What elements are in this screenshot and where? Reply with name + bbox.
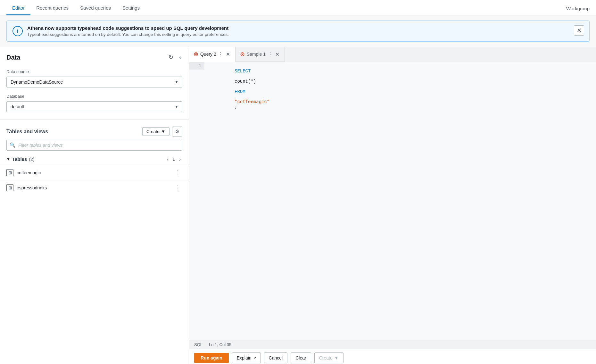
table-item-name[interactable]: coffeemagic (17, 170, 170, 175)
divider-1 (0, 119, 189, 120)
query-tab-close-button[interactable]: ✕ (225, 51, 231, 57)
kw-space1 (235, 74, 237, 79)
kw-space2 (235, 84, 237, 89)
create-arrow-icon: ▼ (161, 129, 165, 134)
banner-subtitle: Typeahead suggestions are turned on by d… (27, 32, 229, 37)
query-tab-bar: ⊗ Query 2 ⋮ ✕ ⊗ Sample 1 ⋮ ✕ (189, 47, 596, 62)
status-lang: SQL (194, 342, 203, 347)
line-number-1: 1 (189, 62, 204, 70)
tables-views-controls: Create ▼ ⚙ (142, 127, 182, 136)
banner-close-button[interactable]: ✕ (574, 25, 584, 36)
data-source-wrapper: DynamoDemoDataSource ▼ (6, 77, 182, 87)
filter-wrapper: 🔍 (6, 140, 182, 151)
banner-text: Athena now supports typeahead code sugge… (27, 25, 229, 37)
explain-external-icon: ↗ (253, 356, 256, 360)
info-icon: i (12, 26, 23, 36)
tab-editor[interactable]: Editor (6, 1, 30, 15)
database-label: Database (0, 91, 189, 100)
tab-saved-queries[interactable]: Saved queries (74, 1, 117, 15)
data-panel-title: Data (6, 54, 20, 61)
bottom-toolbar: Run again Explain ↗ Cancel Clear Create … (189, 349, 596, 364)
sample-tab-error-icon: ⊗ (240, 51, 245, 58)
database-select[interactable]: default (6, 101, 182, 112)
explain-button[interactable]: Explain ↗ (232, 352, 261, 363)
table-item-menu-button[interactable]: ⋮ (173, 184, 182, 192)
collapse-arrow-icon: ▼ (6, 157, 10, 161)
data-panel: Data ↻ ‹ Data source DynamoDemoDataSourc… (0, 47, 189, 364)
info-banner: i Athena now supports typeahead code sug… (6, 21, 590, 42)
query-tab-error-icon: ⊗ (194, 51, 198, 58)
main-layout: Data ↻ ‹ Data source DynamoDemoDataSourc… (0, 47, 596, 364)
status-bar: SQL Ln 1, Col 35 (189, 340, 596, 349)
tables-count: (2) (29, 157, 34, 162)
tables-views-title: Tables and views (6, 129, 48, 135)
create-bottom-label: Create (319, 355, 333, 360)
kw-select: SELECT (235, 69, 251, 74)
kw-count: count(*) (235, 79, 256, 84)
run-again-button[interactable]: Run again (194, 353, 229, 363)
data-source-label: Data source (0, 66, 189, 75)
top-tab-bar: Editor Recent queries Saved queries Sett… (0, 0, 596, 15)
query-tab-active[interactable]: ⊗ Query 2 ⋮ ✕ (189, 47, 236, 62)
panel-header: Data ↻ ‹ (0, 47, 189, 66)
table-row: ⊞ espressodrinks ⋮ (0, 180, 189, 195)
filter-input[interactable] (6, 140, 182, 151)
create-button[interactable]: Create ▼ (142, 127, 170, 136)
table-item-icon: ⊞ (6, 184, 13, 191)
kw-semicolon: ; (235, 104, 237, 110)
collapse-panel-button[interactable]: ‹ (178, 53, 182, 62)
banner-title: Athena now supports typeahead code sugge… (27, 25, 229, 31)
create-bottom-button[interactable]: Create ▼ (314, 352, 344, 363)
clear-button[interactable]: Clear (291, 352, 311, 363)
line-content-1: SELECT count(*) FROM "coffeemagic" ; (204, 62, 273, 116)
query-tab-label: Query 2 (200, 52, 216, 57)
table-item-name[interactable]: espressodrinks (17, 185, 170, 190)
sample-tab-close-button[interactable]: ✕ (275, 51, 280, 57)
tables-collapse-row: ▼ Tables (2) ‹ 1 › (0, 153, 189, 165)
page-prev-button[interactable]: ‹ (165, 156, 170, 162)
tab-recent-queries[interactable]: Recent queries (30, 1, 74, 15)
kw-table: "coffeemagic" (235, 99, 269, 104)
kw-space3 (235, 94, 237, 99)
code-editor[interactable]: 1 SELECT count(*) FROM "coffeemagic" ; (189, 62, 596, 340)
sample-tab-label: Sample 1 (247, 52, 266, 57)
query-tab-dots-icon: ⋮ (218, 51, 223, 57)
tables-views-header: Tables and views Create ▼ ⚙ (0, 123, 189, 140)
refresh-button[interactable]: ↻ (167, 53, 175, 62)
workgroup-label: Workgroup (566, 2, 590, 15)
table-row: ⊞ coffeemagic ⋮ (0, 165, 189, 180)
tables-pagination: ‹ 1 › (165, 156, 182, 162)
panel-icons: ↻ ‹ (167, 53, 182, 62)
tab-settings[interactable]: Settings (117, 1, 145, 15)
code-line-1: 1 SELECT count(*) FROM "coffeemagic" ; (189, 62, 596, 116)
data-source-select[interactable]: DynamoDemoDataSource (6, 77, 182, 87)
query-tab-inactive[interactable]: ⊗ Sample 1 ⋮ ✕ (236, 47, 285, 62)
status-position: Ln 1, Col 35 (209, 342, 231, 347)
editor-panel: ⊗ Query 2 ⋮ ✕ ⊗ Sample 1 ⋮ ✕ 1 SELECT co… (189, 47, 596, 364)
kw-from: FROM (235, 89, 245, 94)
create-bottom-arrow-icon: ▼ (334, 355, 339, 360)
page-number: 1 (172, 157, 175, 162)
sample-tab-dots-icon: ⋮ (268, 51, 273, 57)
tables-section-title: Tables (12, 156, 27, 162)
database-wrapper: default ▼ (6, 101, 182, 112)
cancel-button[interactable]: Cancel (264, 352, 288, 363)
create-button-label: Create (146, 129, 160, 134)
settings-button[interactable]: ⚙ (172, 127, 182, 136)
table-item-menu-button[interactable]: ⋮ (173, 169, 182, 177)
page-next-button[interactable]: › (178, 156, 182, 162)
table-item-icon: ⊞ (6, 169, 13, 176)
explain-label: Explain (237, 355, 252, 360)
